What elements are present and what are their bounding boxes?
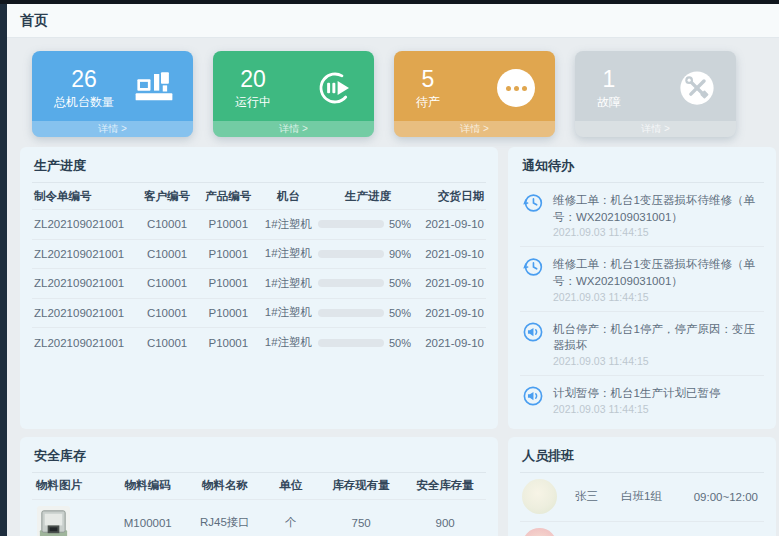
safety-inventory-panel: 安全库存 物料图片 物料编码 物料名称 单位 库存现有量 安全库存量 [20, 437, 498, 536]
production-row[interactable]: ZL202109021001 C10001 P10001 1#注塑机 50% 2… [32, 299, 486, 329]
clock-icon [522, 256, 544, 278]
notification-time: 2021.09.03 11:44:15 [553, 226, 762, 238]
progress-label: 50% [389, 277, 411, 289]
progress-bar [318, 279, 384, 287]
stock-qty: 750 [318, 517, 404, 529]
fault-label: 故障 [597, 94, 621, 111]
production-progress-panel: 生产进度 制令单编号 客户编号 产品编号 机台 生产进度 交货日期 ZL2021… [20, 147, 498, 429]
notifications-panel-title: 通知待办 [520, 155, 764, 183]
machine-name: 1#注塑机 [259, 305, 318, 320]
progress-label: 50% [389, 307, 411, 319]
machine-name: 1#注塑机 [259, 276, 318, 291]
progress-label: 50% [389, 337, 411, 349]
material-name: RJ45接口 [186, 515, 263, 530]
progress-bar [318, 220, 384, 228]
product-no: P10001 [198, 337, 259, 349]
product-no: P10001 [198, 248, 259, 260]
col-material-image: 物料图片 [32, 478, 109, 493]
product-no: P10001 [198, 307, 259, 319]
production-row[interactable]: ZL202109021001 C10001 P10001 1#注塑机 90% 2… [32, 240, 486, 270]
notification-text: 计划暂停：机台1生产计划已暂停 [553, 385, 720, 402]
total-machines-detail-link[interactable]: 详情 > [32, 121, 193, 137]
running-label: 运行中 [235, 94, 271, 111]
progress-label: 90% [389, 248, 411, 260]
schedule-row[interactable]: 张三 白班1组 09:00~12:00 [520, 473, 764, 522]
order-no: ZL202109021001 [32, 307, 136, 319]
customer-no: C10001 [136, 337, 197, 349]
progress-bar [318, 309, 384, 317]
main-area: 首页 26 总机台数量 [7, 0, 779, 536]
customer-no: C10001 [136, 248, 197, 260]
col-progress: 生产进度 [318, 189, 418, 204]
running-value: 20 [235, 66, 271, 92]
notification-time: 2021.09.03 11:44:15 [553, 403, 720, 415]
col-machine: 机台 [259, 189, 318, 204]
card-total-machines[interactable]: 26 总机台数量 [32, 51, 193, 137]
fault-detail-link[interactable]: 详情 > [575, 121, 736, 137]
fault-tools-icon [676, 67, 718, 109]
notification-body: 维修工单：机台1变压器损坏待维修（单号：WX202109031001） 2021… [553, 192, 762, 238]
rj45-connector-image [32, 505, 109, 536]
delivery-date: 2021-09-10 [418, 248, 486, 260]
production-row[interactable]: ZL202109021001 C10001 P10001 1#注塑机 50% 2… [32, 210, 486, 240]
machine-name: 1#注塑机 [259, 246, 318, 261]
progress-cell: 50% [318, 218, 418, 230]
notification-item[interactable]: 计划暂停：机台1生产计划已暂停 2021.09.03 11:44:15 [520, 376, 764, 423]
card-waiting[interactable]: 5 待产 详情 > [394, 51, 555, 137]
notification-item[interactable]: 机台停产：机台1停产，停产原因：变压器损坏 2021.09.03 11:44:1… [520, 312, 764, 376]
progress-bar [318, 339, 384, 347]
delivery-date: 2021-09-10 [418, 307, 486, 319]
speaker-icon [522, 321, 544, 343]
schedule-row[interactable]: 李四 白班2组 12:00~16:00 [520, 522, 764, 536]
production-row[interactable]: ZL202109021001 C10001 P10001 1#注塑机 50% 2… [32, 269, 486, 299]
col-order-no: 制令单编号 [32, 189, 136, 204]
waiting-value: 5 [416, 66, 440, 92]
notification-item[interactable]: 维修工单：机台1变压器损坏待维修（单号：WX202109031001） 2021… [520, 247, 764, 311]
material-unit: 个 [264, 515, 318, 530]
notification-body: 机台停产：机台1停产，停产原因：变压器损坏 2021.09.03 11:44:1… [553, 321, 762, 367]
notification-text: 机台停产：机台1停产，停产原因：变压器损坏 [553, 321, 762, 354]
card-fault[interactable]: 1 故障 [575, 51, 736, 137]
notification-body: 计划暂停：机台1生产计划已暂停 2021.09.03 11:44:15 [553, 385, 720, 415]
waiting-detail-link[interactable]: 详情 > [394, 121, 555, 137]
notification-time: 2021.09.03 11:44:15 [553, 291, 762, 303]
material-code: M100001 [109, 517, 186, 529]
shift-time: 09:00~12:00 [694, 491, 762, 503]
production-row[interactable]: ZL202109021001 C10001 P10001 1#注塑机 50% 2… [32, 328, 486, 358]
waiting-label: 待产 [416, 94, 440, 111]
card-body: 26 总机台数量 [32, 51, 193, 121]
progress-cell: 90% [318, 248, 418, 260]
progress-label: 50% [389, 218, 411, 230]
notification-text: 维修工单：机台1变压器损坏待维修（单号：WX202109031001） [553, 256, 762, 289]
clock-icon [522, 192, 544, 214]
col-customer: 客户编号 [136, 189, 197, 204]
notification-item[interactable]: 维修工单：机台1变压器损坏待维修（单号：WX202109031001） 2021… [520, 183, 764, 247]
running-icon [314, 67, 356, 109]
person-name: 张三 [575, 489, 621, 504]
card-text: 1 故障 [597, 66, 621, 111]
card-text: 26 总机台数量 [54, 66, 114, 111]
avatar [522, 528, 557, 536]
inventory-row[interactable]: M100001 RJ45接口 个 750 900 [32, 500, 486, 536]
progress-cell: 50% [318, 307, 418, 319]
progress-cell: 50% [318, 277, 418, 289]
customer-no: C10001 [136, 218, 197, 230]
machine-name: 1#注塑机 [259, 217, 318, 232]
card-text: 5 待产 [416, 66, 440, 111]
product-no: P10001 [198, 218, 259, 230]
card-text: 20 运行中 [235, 66, 271, 111]
notifications-panel: 通知待办 维修工单：机台1变压器损坏待维修（单号：WX202109031001）… [508, 147, 776, 429]
col-date: 交货日期 [418, 189, 486, 204]
panels-grid: 生产进度 制令单编号 客户编号 产品编号 机台 生产进度 交货日期 ZL2021… [20, 147, 765, 536]
window-top-edge [0, 0, 779, 4]
stat-cards-row: 26 总机台数量 [20, 45, 765, 139]
personnel-schedule-panel: 人员排班 张三 白班1组 09:00~12:00 李四 白班2组 12:00~1… [508, 437, 776, 536]
card-body: 5 待产 [394, 51, 555, 121]
running-detail-link[interactable]: 详情 > [213, 121, 374, 137]
col-stock-qty: 库存现有量 [318, 478, 404, 493]
shift-name: 白班1组 [621, 489, 691, 504]
col-material-name: 物料名称 [186, 478, 263, 493]
notification-time: 2021.09.03 11:44:15 [553, 355, 762, 367]
card-running[interactable]: 20 运行中 详情 > [213, 51, 374, 137]
inventory-panel-title: 安全库存 [32, 445, 486, 473]
